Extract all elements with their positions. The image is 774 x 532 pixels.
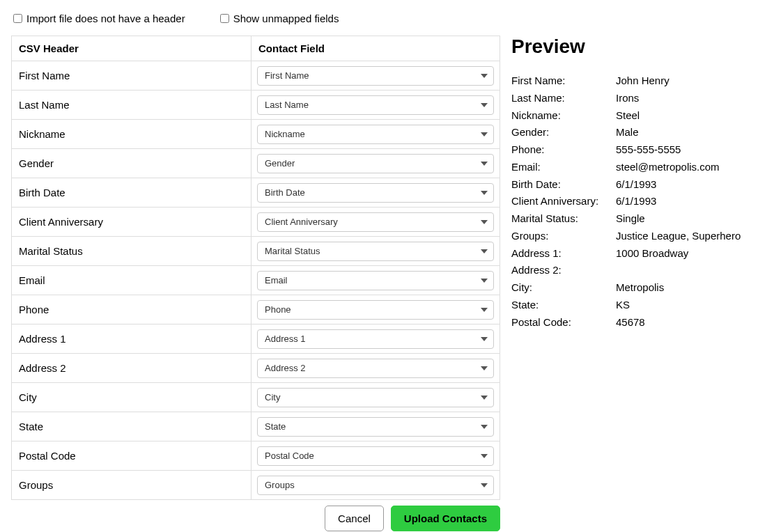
contact-field-cell: Phone <box>251 295 500 324</box>
show-unmapped-checkbox-wrap[interactable]: Show unmapped fields <box>220 13 339 24</box>
contact-field-cell: Client Anniversary <box>251 208 500 237</box>
contact-field-cell: Email <box>251 266 500 295</box>
contact-field-cell: City <box>251 383 500 412</box>
preview-body: First Name:John HenryLast Name:IronsNick… <box>511 73 763 329</box>
contact-field-cell: Marital Status <box>251 237 500 266</box>
preview-label: Address 1: <box>511 246 616 261</box>
mapping-area: CSV Header Contact Field First NameFirst… <box>11 36 500 532</box>
contact-field-cell: Address 1 <box>251 324 500 354</box>
preview-row: Last Name:Irons <box>511 91 763 106</box>
preview-label: Phone: <box>511 142 616 157</box>
table-row: Marital StatusMarital Status <box>12 237 500 266</box>
contact-field-select[interactable]: Last Name <box>257 95 494 115</box>
csv-header-cell: State <box>12 412 251 441</box>
preview-row: Groups:Justice League, Superhero <box>511 228 763 244</box>
preview-value <box>616 263 763 278</box>
no-header-checkbox[interactable] <box>13 14 22 23</box>
preview-row: Postal Code:45678 <box>511 315 763 330</box>
csv-header-cell: First Name <box>12 61 251 91</box>
preview-label: Email: <box>511 159 616 175</box>
preview-value: 6/1/1993 <box>616 177 763 192</box>
preview-value: KS <box>616 297 763 313</box>
table-row: First NameFirst Name <box>12 61 500 91</box>
preview-label: State: <box>511 297 616 313</box>
form-actions: Cancel Upload Contacts <box>11 506 500 531</box>
table-row: CityCity <box>12 383 500 412</box>
csv-header-col: CSV Header <box>12 36 251 61</box>
contact-field-select[interactable]: Phone <box>257 300 494 320</box>
preview-value: Single <box>616 211 763 226</box>
table-row: Postal CodePostal Code <box>12 441 500 471</box>
preview-value: Justice League, Superhero <box>616 228 763 244</box>
upload-contacts-button[interactable]: Upload Contacts <box>391 506 500 531</box>
preview-row: Client Anniversary:6/1/1993 <box>511 194 763 209</box>
contact-field-select[interactable]: Email <box>257 271 494 290</box>
contact-field-select[interactable]: Address 2 <box>257 359 494 378</box>
preview-row: Address 1:1000 Broadway <box>511 246 763 261</box>
table-row: Birth DateBirth Date <box>12 178 500 208</box>
csv-header-cell: Phone <box>12 295 251 324</box>
preview-row: City:Metropolis <box>511 280 763 295</box>
contact-field-select[interactable]: First Name <box>257 66 494 86</box>
preview-label: Groups: <box>511 228 616 244</box>
contact-field-cell: Address 2 <box>251 354 500 383</box>
no-header-checkbox-wrap[interactable]: Import file does not have a header <box>13 13 185 24</box>
import-options: Import file does not have a header Show … <box>11 13 763 24</box>
contact-field-cell: First Name <box>251 61 500 91</box>
table-row: GenderGender <box>12 149 500 178</box>
table-row: Client AnniversaryClient Anniversary <box>12 208 500 237</box>
contact-field-select[interactable]: Groups <box>257 476 494 495</box>
contact-field-select[interactable]: State <box>257 417 494 437</box>
contact-field-cell: Birth Date <box>251 178 500 208</box>
contact-field-select[interactable]: Client Anniversary <box>257 212 494 232</box>
contact-field-select[interactable]: Nickname <box>257 125 494 144</box>
table-row: StateState <box>12 412 500 441</box>
preview-label: City: <box>511 280 616 295</box>
contact-field-cell: Postal Code <box>251 441 500 471</box>
contact-field-select[interactable]: Gender <box>257 154 494 173</box>
contact-field-select[interactable]: Postal Code <box>257 446 494 466</box>
table-row: GroupsGroups <box>12 471 500 500</box>
show-unmapped-checkbox[interactable] <box>220 14 229 23</box>
csv-header-cell: Birth Date <box>12 178 251 208</box>
preview-value: 6/1/1993 <box>616 194 763 209</box>
preview-row: Gender:Male <box>511 125 763 140</box>
contact-field-select[interactable]: Birth Date <box>257 183 494 203</box>
preview-value: 45678 <box>616 315 763 330</box>
table-row: PhonePhone <box>12 295 500 324</box>
preview-row: State:KS <box>511 297 763 313</box>
preview-label: Address 2: <box>511 263 616 278</box>
csv-header-cell: Gender <box>12 149 251 178</box>
csv-header-cell: Email <box>12 266 251 295</box>
csv-header-cell: Marital Status <box>12 237 251 266</box>
preview-label: First Name: <box>511 73 616 88</box>
cancel-button[interactable]: Cancel <box>325 506 384 531</box>
mapping-table: CSV Header Contact Field First NameFirst… <box>11 36 500 500</box>
csv-header-cell: Groups <box>12 471 251 500</box>
preview-value: Irons <box>616 91 763 106</box>
preview-value: steel@metropolis.com <box>616 159 763 175</box>
no-header-label: Import file does not have a header <box>26 13 185 24</box>
table-row: Address 2Address 2 <box>12 354 500 383</box>
contact-field-cell: Nickname <box>251 120 500 149</box>
contact-field-select[interactable]: Marital Status <box>257 242 494 261</box>
preview-label: Marital Status: <box>511 211 616 226</box>
contact-field-select[interactable]: City <box>257 388 494 407</box>
csv-header-cell: Postal Code <box>12 441 251 471</box>
preview-value: 1000 Broadway <box>616 246 763 261</box>
preview-label: Gender: <box>511 125 616 140</box>
csv-header-cell: Last Name <box>12 91 251 120</box>
table-row: NicknameNickname <box>12 120 500 149</box>
csv-header-cell: Nickname <box>12 120 251 149</box>
table-row: EmailEmail <box>12 266 500 295</box>
preview-row: First Name:John Henry <box>511 73 763 88</box>
table-row: Address 1Address 1 <box>12 324 500 354</box>
preview-label: Nickname: <box>511 108 616 123</box>
contact-field-select[interactable]: Address 1 <box>257 329 494 349</box>
preview-value: Steel <box>616 108 763 123</box>
csv-header-cell: City <box>12 383 251 412</box>
preview-label: Birth Date: <box>511 177 616 192</box>
preview-row: Email:steel@metropolis.com <box>511 159 763 175</box>
preview-area: Preview First Name:John HenryLast Name:I… <box>510 36 763 532</box>
contact-field-cell: State <box>251 412 500 441</box>
